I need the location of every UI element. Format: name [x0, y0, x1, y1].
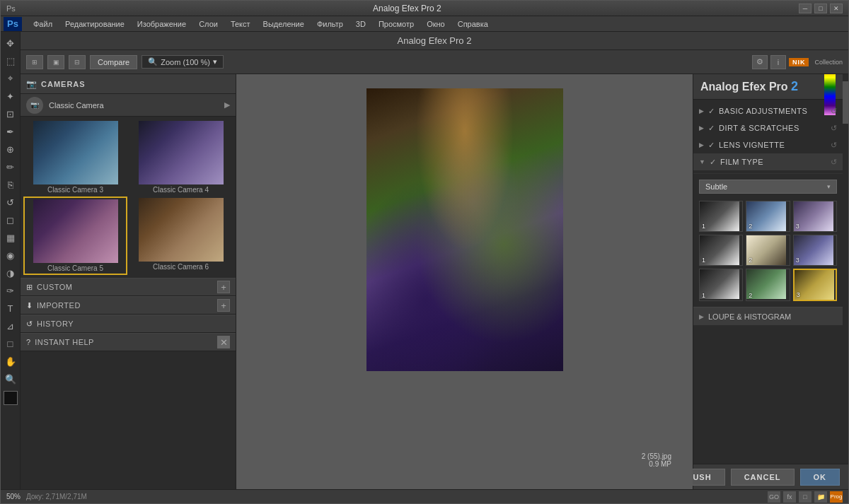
- ps-status-bar: 50% Доку: 2,71М/2,71М GO fx □ 📁 Prog: [1, 489, 848, 503]
- view-single-button[interactable]: ⊞: [26, 55, 43, 69]
- pen-tool[interactable]: ✑: [2, 282, 19, 299]
- custom-icon: ⊞: [26, 283, 33, 292]
- film-thumb-2-1[interactable]: 1: [699, 235, 743, 266]
- classic-camera-label: Classic Camera: [49, 101, 219, 110]
- zoom-arrow: ▾: [213, 57, 217, 66]
- magic-wand-tool[interactable]: ✦: [2, 88, 19, 105]
- imported-section[interactable]: ⬇ IMPORTED +: [21, 296, 236, 315]
- menu-help[interactable]: Справка: [452, 18, 494, 30]
- path-tool[interactable]: ⊿: [2, 317, 19, 334]
- film-thumb-3-3[interactable]: 3: [793, 269, 837, 301]
- shape-tool[interactable]: □: [2, 335, 19, 352]
- adj-film-label: FILM TYPE: [720, 158, 826, 166]
- camera-thumb-6[interactable]: Classic Camera 6: [129, 197, 233, 275]
- right-panel-scrollbar[interactable]: [843, 74, 848, 464]
- foreground-color[interactable]: [4, 391, 18, 405]
- film-thumb-1-1[interactable]: 1: [699, 201, 743, 232]
- loupe-section[interactable]: ▶ LOUPE & HISTOGRAM: [693, 307, 843, 325]
- classic-camera-arrow: ▶: [224, 100, 230, 110]
- settings-icon-btn[interactable]: ⚙: [752, 55, 768, 69]
- camera-thumb-img-5: [33, 199, 118, 263]
- menu-layers[interactable]: Слои: [193, 18, 224, 30]
- camera-thumb-5[interactable]: Classic Camera 5: [23, 197, 127, 275]
- adj-film-reset[interactable]: ↺: [831, 158, 837, 167]
- gradient-tool[interactable]: ▦: [2, 229, 19, 246]
- film-thumb-3-1[interactable]: 1: [699, 269, 743, 301]
- view-side-button[interactable]: ⊟: [69, 55, 86, 69]
- hand-tool[interactable]: ✋: [2, 353, 19, 370]
- custom-section[interactable]: ⊞ CUSTOM +: [21, 278, 236, 296]
- adj-film[interactable]: ▼ ✓ FILM TYPE ↺: [693, 153, 843, 170]
- eraser-tool[interactable]: ◻: [2, 211, 19, 228]
- clone-tool[interactable]: ⎘: [2, 176, 19, 193]
- menu-3d[interactable]: 3D: [350, 18, 371, 30]
- zoom-tool[interactable]: 🔍: [2, 370, 19, 387]
- film-thumb-2-3[interactable]: 3: [793, 235, 837, 266]
- scrollbar-thumb[interactable]: [843, 81, 848, 124]
- history-section[interactable]: ↺ HISTORY: [21, 315, 236, 333]
- go-icon[interactable]: GO: [768, 491, 780, 503]
- custom-label: CUSTOM: [37, 283, 72, 291]
- eyedropper-tool[interactable]: ✒: [2, 123, 19, 140]
- ps-logo-text: Ps: [6, 4, 16, 13]
- crop-tool[interactable]: ⊡: [2, 105, 19, 122]
- menu-window[interactable]: Окно: [421, 18, 451, 30]
- classic-camera-row[interactable]: 📷 Classic Camera ▶: [21, 94, 236, 117]
- instant-help-section[interactable]: ? INSTANT HELP ✕: [21, 333, 236, 351]
- adj-lens-reset[interactable]: ↺: [831, 141, 837, 150]
- close-button[interactable]: ✕: [830, 4, 843, 13]
- adj-lens[interactable]: ▶ ✓ LENS VIGNETTE ↺: [693, 136, 843, 153]
- window-title: Analog Efex Pro 2: [373, 4, 441, 13]
- imported-add-button[interactable]: +: [217, 299, 230, 312]
- camera-thumb-4[interactable]: Classic Camera 4: [129, 119, 233, 195]
- menu-image[interactable]: Изображение: [132, 18, 192, 30]
- healing-tool[interactable]: ⊕: [2, 141, 19, 158]
- custom-add-button[interactable]: +: [217, 281, 230, 293]
- subtle-dropdown[interactable]: Subtle ▾: [699, 180, 837, 194]
- adj-basic[interactable]: ▶ ✓ BASIC ADJUSTMENTS ↺: [693, 102, 843, 119]
- film-thumb-img-3-2: [746, 269, 786, 299]
- ok-button[interactable]: OK: [800, 469, 841, 486]
- menu-filter[interactable]: Фильтр: [311, 18, 349, 30]
- film-thumb-img-1-3: [794, 201, 833, 231]
- adj-basic-reset[interactable]: ↺: [831, 107, 837, 116]
- adj-dirt[interactable]: ▶ ✓ DIRT & SCRATCHES ↺: [693, 119, 843, 136]
- history-brush-tool[interactable]: ↺: [2, 194, 19, 211]
- move-tool[interactable]: ✥: [2, 35, 19, 52]
- blur-tool[interactable]: ◉: [2, 247, 19, 264]
- camera-thumb-3[interactable]: Classic Camera 3: [23, 119, 127, 195]
- marquee-tool[interactable]: ⬚: [2, 52, 19, 69]
- program-icon[interactable]: Prog: [830, 491, 843, 503]
- instant-help-close-button[interactable]: ✕: [217, 336, 230, 348]
- adj-dirt-arrow: ▶: [699, 124, 704, 131]
- fx-icon[interactable]: fx: [783, 491, 796, 503]
- brush-tool[interactable]: ✏: [2, 158, 19, 175]
- film-thumb-img-3-3: [795, 270, 834, 300]
- minimize-button[interactable]: ─: [799, 4, 812, 13]
- type-tool[interactable]: T: [2, 300, 19, 317]
- view-split-button[interactable]: ▣: [47, 55, 64, 69]
- menu-view[interactable]: Просмотр: [373, 18, 420, 30]
- adj-dirt-reset[interactable]: ↺: [831, 124, 837, 133]
- film-thumb-1-3[interactable]: 3: [793, 201, 837, 232]
- folder-icon[interactable]: 📁: [814, 491, 827, 503]
- plugin-title-bar: Analog Efex Pro 2: [21, 32, 848, 50]
- film-thumb-3-2[interactable]: 2: [746, 269, 790, 301]
- info-icon-btn[interactable]: i: [770, 55, 786, 69]
- film-thumb-img-2-3: [794, 235, 833, 265]
- adj-dirt-label: DIRT & SCRATCHES: [719, 124, 826, 132]
- dodge-tool[interactable]: ◑: [2, 264, 19, 281]
- compare-button[interactable]: Compare: [90, 55, 137, 69]
- film-thumb-num-1-3: 3: [796, 223, 799, 230]
- menu-edit[interactable]: Редактирование: [59, 18, 130, 30]
- adj-lens-arrow: ▶: [699, 141, 704, 148]
- film-thumb-1-2[interactable]: 2: [746, 201, 790, 232]
- menu-text[interactable]: Текст: [225, 18, 256, 30]
- maximize-button[interactable]: □: [814, 4, 827, 13]
- menu-select[interactable]: Выделение: [258, 18, 310, 30]
- film-thumb-2-2[interactable]: 2: [746, 235, 790, 266]
- menu-file[interactable]: Файл: [28, 18, 58, 30]
- layers-icon[interactable]: □: [799, 491, 812, 503]
- cancel-button[interactable]: CANCEL: [731, 469, 795, 486]
- lasso-tool[interactable]: ⌖: [2, 70, 19, 87]
